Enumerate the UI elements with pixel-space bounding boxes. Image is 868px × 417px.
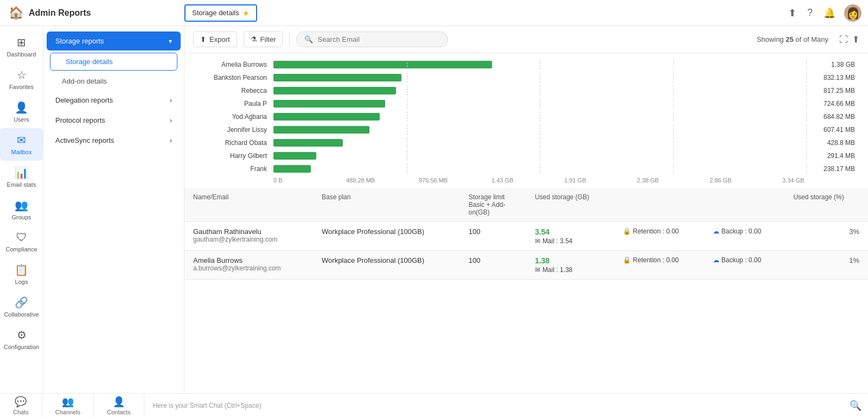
user-email: a.burrows@zylkertraining.com (193, 264, 304, 272)
favorites-icon: ☆ (17, 68, 27, 81)
menu-item-storage-details[interactable]: Storage details (50, 53, 177, 71)
backup-info: ☁ Backup : 0.00 (713, 256, 776, 264)
chevron-right-icon: › (170, 97, 172, 104)
help-button[interactable]: ? (805, 5, 815, 21)
retention-icon: 🔒 (623, 256, 631, 264)
sidebar-item-dashboard[interactable]: ⊞ Dashboard (0, 30, 43, 63)
sidebar-item-logs[interactable]: 📋 Logs (0, 258, 43, 290)
export-icon: ⬆ (200, 35, 206, 43)
export-label: Export (209, 35, 230, 43)
chart-bar-value: 1.38 GB (806, 61, 855, 68)
cell-name-email: Gautham Rathinavelu gautham@zylkertraini… (184, 222, 313, 251)
cell-retention: 🔒 Retention : 0.00 (614, 222, 704, 251)
sidebar-item-collaborative[interactable]: 🔗 Collaborative (0, 290, 43, 323)
menu-item-protocol-reports[interactable]: Protocol reports › (47, 111, 181, 130)
col-base-plan: Base plan (313, 188, 460, 222)
left-panel: Storage reports ▾ Storage details Add-on… (43, 26, 184, 393)
axis-label: 1.91 GB (564, 177, 637, 184)
sidebar-item-groups[interactable]: 👥 Groups (0, 193, 43, 226)
user-name: Amelia Burrows (193, 256, 304, 264)
chart-bar-value: 832.13 MB (806, 74, 855, 81)
channels-label: Channels (55, 409, 80, 415)
chart-bar-label: Rebecca (197, 87, 273, 94)
menu-item-delegation-reports[interactable]: Delegation reports › (47, 91, 181, 110)
chart-bar-container (273, 99, 806, 109)
retention-icon: 🔒 (623, 228, 631, 235)
chart-row: Bankston Pearson 832.13 MB (197, 73, 855, 83)
chart-bar-value: 428.8 MB (806, 139, 855, 147)
export-button[interactable]: ⬆ Export (193, 31, 237, 47)
sidebar-item-label: Collaborative (4, 311, 39, 318)
notification-button[interactable]: 🔔 (821, 5, 838, 21)
chart-bar (273, 100, 385, 108)
chart-bar-container (273, 164, 806, 174)
user-name: Gautham Rathinavelu (193, 228, 304, 236)
bottom-tab-channels[interactable]: 👥 Channels (42, 394, 94, 418)
logs-icon: 📋 (15, 263, 28, 276)
search-icon: 🔍 (304, 35, 313, 43)
used-pct-value: 1% (793, 256, 859, 264)
cell-storage-limit: 100 (460, 251, 526, 280)
sidebar-item-label: Dashboard (7, 51, 36, 58)
sidebar-item-label: Logs (15, 279, 28, 285)
retention-info: 🔒 Retention : 0.00 (623, 228, 695, 235)
menu-item-label: Storage reports (55, 37, 104, 45)
sidebar-item-users[interactable]: 👤 Users (0, 96, 43, 128)
chart-bar-value: 238.17 MB (806, 165, 855, 173)
cell-retention: 🔒 Retention : 0.00 (614, 251, 704, 280)
sidebar-item-compliance[interactable]: 🛡 Compliance (0, 226, 43, 258)
search-input[interactable] (317, 35, 440, 43)
sidebar-item-favorites[interactable]: ☆ Favorites (0, 63, 43, 96)
chart-bar-container (273, 138, 806, 148)
smart-chat-placeholder: Here is your Smart Chat (Ctrl+Space) (153, 402, 261, 409)
chart-bar-label: Harry Gilbert (197, 152, 273, 160)
menu-item-add-on-details[interactable]: Add-on details (47, 73, 181, 90)
search-bottom-icon[interactable]: 🔍 (843, 400, 868, 412)
users-icon: 👤 (15, 101, 28, 114)
used-storage-value: 3.54 (535, 228, 605, 236)
chart-bar (273, 139, 343, 147)
chart-row: Jennifer Lissy 607.41 MB (197, 125, 855, 135)
app-title: Admin Reports (29, 8, 91, 18)
col-storage-limit: Storage limitBasic + Add-on(GB) (460, 188, 526, 222)
filter-button[interactable]: ⚗ Filter (244, 31, 283, 47)
menu-item-storage-reports[interactable]: Storage reports ▾ (47, 31, 181, 50)
chart-bar (273, 87, 396, 94)
chart-bar-container (273, 151, 806, 161)
count-value: 25 (786, 35, 793, 43)
logo-area: 🏠 Admin Reports (0, 0, 184, 26)
avatar[interactable]: 👩 (844, 4, 861, 22)
chart-bar-value: 724.66 MB (806, 100, 855, 108)
sidebar-item-email-stats[interactable]: 📊 Email stats (0, 161, 43, 193)
upload-button[interactable]: ⬆ (786, 5, 799, 21)
expand-button[interactable]: ⛶ (839, 34, 848, 45)
email-stats-icon: 📊 (15, 166, 28, 179)
chart-bar-label: Paula P (197, 100, 273, 108)
bottom-tab-contacts[interactable]: 👤 Contacts (94, 394, 144, 418)
chart-bar-container (273, 73, 806, 83)
filter-icon: ⚗ (251, 35, 257, 43)
mail-icon: ✉ (535, 237, 540, 245)
table-body: Gautham Rathinavelu gautham@zylkertraini… (184, 222, 868, 280)
cell-used-storage: 1.38 ✉ Mail : 1.38 (526, 251, 614, 280)
smart-chat-input[interactable]: Here is your Smart Chat (Ctrl+Space) (144, 402, 843, 409)
count-total: of Many (803, 35, 828, 43)
mailbox-icon: ✉ (17, 134, 26, 147)
menu-item-label: ActiveSync reports (55, 136, 114, 144)
chevron-right-icon: › (170, 117, 172, 124)
tab-storage-details[interactable]: Storage details ★ (184, 4, 257, 22)
sidebar-item-label: Groups (11, 214, 31, 220)
bottom-tab-chats[interactable]: 💬 Chats (0, 394, 42, 418)
chart-bar-label: Jennifer Lissy (197, 126, 273, 134)
chevron-down-icon: ▾ (169, 37, 172, 45)
share-button[interactable]: ⬆ (852, 34, 859, 45)
menu-item-activesync-reports[interactable]: ActiveSync reports › (47, 131, 181, 150)
star-icon[interactable]: ★ (242, 9, 250, 17)
chats-icon: 💬 (15, 396, 27, 408)
sidebar-item-mailbox[interactable]: ✉ Mailbox (0, 128, 43, 161)
sidebar-item-configuration[interactable]: ⚙ Configuration (0, 323, 43, 356)
table-row: Gautham Rathinavelu gautham@zylkertraini… (184, 222, 868, 251)
chart-row: Richard Obata 428.8 MB (197, 138, 855, 148)
compliance-icon: 🛡 (16, 231, 27, 244)
mail-storage: ✉ Mail : 3.54 (535, 237, 605, 245)
